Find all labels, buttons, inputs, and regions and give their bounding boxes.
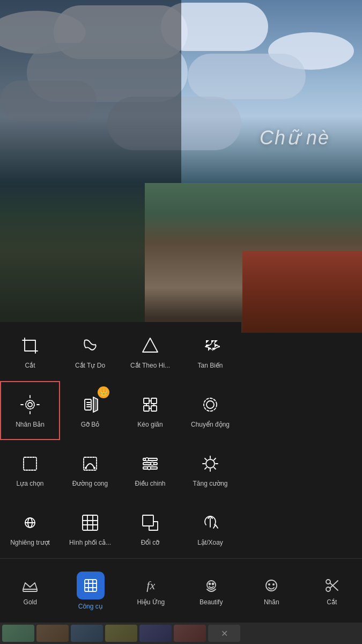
- tab-gold-label: Gold: [24, 598, 37, 606]
- thumbnail-4[interactable]: [105, 625, 137, 642]
- svg-rect-22: [144, 406, 149, 411]
- tool-nghieng-truot-label: Nghiêng trượt: [10, 539, 50, 546]
- tab-cat[interactable]: Cắt: [302, 559, 363, 623]
- tool-chuyen-dong[interactable]: Chuyển động: [180, 381, 240, 440]
- tool-nghieng-truot[interactable]: Nghiêng trượt: [0, 499, 60, 558]
- tool-hinh-phoi-label: Hình phối cả...: [69, 539, 111, 546]
- tool-tan-bien[interactable]: ≺≻ Tan Biến: [180, 322, 240, 381]
- svg-line-46: [214, 467, 216, 469]
- svg-rect-20: [144, 398, 149, 404]
- tool-cat-tu-do[interactable]: Cắt Tự Do: [60, 322, 120, 381]
- tool-tang-cuong[interactable]: Tăng cường: [180, 440, 240, 499]
- svg-point-70: [268, 583, 270, 586]
- tool-nhan-ban-label: Nhân Bản: [16, 421, 45, 428]
- tab-hieu-ung-label: Hiệu Ứng: [137, 598, 165, 606]
- thumbnail-2[interactable]: [36, 625, 69, 642]
- svg-line-47: [214, 458, 216, 460]
- face-tab-icon: [202, 576, 221, 595]
- tool-keo-gian-label: Kéo giãn: [137, 421, 162, 428]
- svg-point-38: [151, 462, 154, 465]
- thumbnail-6[interactable]: [174, 625, 206, 642]
- svg-point-71: [272, 583, 275, 586]
- cut-tab-icon: [322, 576, 342, 595]
- tool-lat-xoay[interactable]: Lật/Xoay: [180, 499, 240, 558]
- tool-row-1: Cắt Cắt Tự Do Cắt Theo Hi...: [0, 322, 241, 381]
- photo-text-overlay: Chữ nè: [260, 127, 330, 149]
- svg-point-40: [206, 459, 215, 468]
- svg-rect-35: [143, 463, 157, 465]
- tab-beautify[interactable]: Beautify: [181, 559, 242, 623]
- tab-cong-cu[interactable]: Công cụ: [61, 559, 121, 623]
- tool-nhan-ban[interactable]: Nhân Bản: [0, 381, 60, 440]
- tool-hinh-phoi[interactable]: Hình phối cả...: [60, 499, 120, 558]
- thumbnail-3[interactable]: [71, 625, 103, 642]
- tool-row-3: Lựa chọn Đường cong: [0, 440, 241, 499]
- tool-cat-theo-hinh[interactable]: Cắt Theo Hi...: [120, 322, 180, 381]
- free-crop-icon: [78, 334, 102, 357]
- tab-nhan-label: Nhãn: [264, 598, 279, 606]
- tools-tab-icon: [81, 576, 100, 595]
- crown-tab-icon: [20, 576, 40, 595]
- tab-cat-label: Cắt: [327, 598, 337, 606]
- shape-crop-icon: [138, 334, 162, 357]
- thumbnail-1[interactable]: [2, 625, 34, 642]
- tool-row-2: Nhân Bản 👑 Gỡ Bỏ: [0, 381, 241, 440]
- svg-line-48: [205, 467, 206, 469]
- svg-point-37: [145, 458, 149, 461]
- stretch-icon: [138, 393, 162, 416]
- thumbnail-close[interactable]: ✕: [208, 625, 240, 642]
- tool-go-bo-label: Gỡ Bỏ: [81, 421, 100, 428]
- svg-point-10: [28, 402, 32, 407]
- thumbnail-5[interactable]: [139, 625, 172, 642]
- clone-icon: [18, 393, 42, 416]
- svg-point-29: [204, 398, 217, 411]
- tool-cat-tu-do-label: Cắt Tự Do: [75, 362, 105, 369]
- tool-cat-theo-hinh-label: Cắt Theo Hi...: [130, 362, 170, 369]
- tool-keo-gian[interactable]: Kéo giãn: [120, 381, 180, 440]
- svg-rect-61: [85, 580, 97, 591]
- tilt-icon: [18, 511, 42, 535]
- svg-rect-52: [83, 515, 98, 530]
- tool-dieu-chinh-label: Điều chinh: [135, 480, 165, 487]
- svg-point-9: [26, 400, 34, 409]
- tool-doi-co-label: Đổi cỡ: [141, 539, 160, 546]
- svg-rect-60: [23, 589, 37, 591]
- blend-icon: [78, 511, 102, 535]
- svg-point-28: [206, 401, 214, 408]
- tool-lua-chon[interactable]: Lựa chọn: [0, 440, 60, 499]
- tab-nhan[interactable]: Nhãn: [241, 559, 302, 623]
- curve-icon: [78, 452, 102, 475]
- enhance-icon: [198, 452, 222, 475]
- svg-rect-30: [24, 457, 36, 470]
- svg-text:≺≻: ≺≻: [204, 340, 220, 352]
- flip-rotate-icon: [198, 511, 222, 535]
- svg-point-67: [209, 583, 210, 584]
- svg-rect-23: [151, 406, 157, 411]
- crop-icon: [18, 334, 42, 357]
- tool-cat-label: Cắt: [25, 362, 35, 369]
- select-icon: [18, 452, 42, 475]
- tool-chuyen-dong-label: Chuyển động: [191, 421, 230, 428]
- photo-canvas: Chữ nè: [0, 0, 362, 333]
- svg-line-45: [205, 458, 206, 460]
- tool-tang-cuong-label: Tăng cường: [193, 480, 227, 487]
- svg-point-33: [93, 467, 95, 469]
- tab-gold[interactable]: Gold: [0, 559, 61, 623]
- sticker-tab-icon: [262, 576, 281, 595]
- tab-beautify-label: Beautify: [200, 598, 223, 606]
- tool-duong-cong[interactable]: Đường cong: [60, 440, 120, 499]
- remove-icon: [78, 393, 102, 416]
- tool-cat[interactable]: Cắt: [0, 322, 60, 381]
- fx-tab-icon: fx: [141, 576, 160, 595]
- thumbnail-strip: ✕: [0, 623, 362, 644]
- tool-lua-chon-label: Lựa chọn: [16, 480, 43, 487]
- tool-doi-co[interactable]: Đổi cỡ: [120, 499, 180, 558]
- tool-tan-bien-label: Tan Biến: [197, 362, 223, 369]
- tab-hieu-ung[interactable]: fx Hiệu Ứng: [121, 559, 181, 623]
- dissolve-icon: ≺≻: [198, 334, 222, 357]
- tool-go-bo[interactable]: 👑 Gỡ Bỏ: [60, 381, 120, 440]
- svg-point-32: [85, 467, 87, 469]
- tool-dieu-chinh[interactable]: Điều chinh: [120, 440, 180, 499]
- tool-lat-xoay-label: Lật/Xoay: [197, 539, 223, 546]
- tab-cong-cu-label: Công cụ: [78, 603, 103, 610]
